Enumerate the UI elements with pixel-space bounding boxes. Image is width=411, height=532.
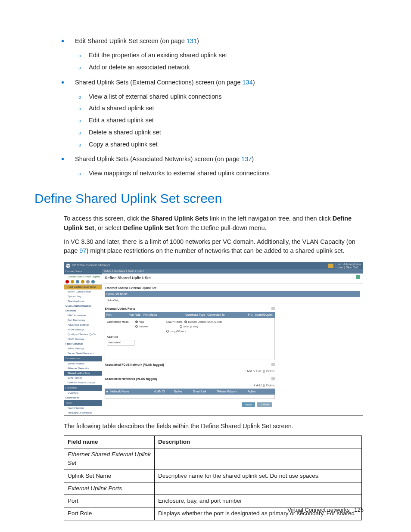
yellow-icon: [71, 280, 74, 283]
delete-link: 🗑 Delete: [262, 370, 275, 373]
row-desc: Descriptive name for the shared uplink s…: [155, 470, 362, 482]
sb-nav-item-selected: Shared Uplink Sets: [64, 371, 102, 376]
bullet-text: Shared Uplink Sets (External Connections…: [75, 79, 242, 86]
sb-status-icons: [64, 279, 102, 285]
sub-item: Edit the properties of an existing share…: [89, 51, 364, 60]
sb-nav-item: Server Profiles: [64, 361, 102, 366]
sub-list: View mappings of networks to external sh…: [73, 169, 364, 178]
sub-item: Add a shared uplink set: [89, 104, 364, 113]
page-link-134[interactable]: 134: [243, 79, 253, 86]
sb-nav-item: Overview: [64, 391, 102, 395]
page-footer: Virtual Connect networks 125: [287, 506, 364, 514]
red-icon: [65, 280, 69, 283]
ss-sidebar: Domain Status Domain Status View Legend …: [64, 269, 102, 415]
page-link-131[interactable]: 131: [187, 37, 197, 44]
bullet-item: Shared Uplink Sets (External Connections…: [73, 76, 364, 149]
row-field: Uplink Set Name: [64, 470, 155, 482]
row-section: External Uplink Ports: [64, 482, 155, 495]
sb-nav-item: Server Serial Numbers: [64, 351, 102, 356]
sb-nav-item: Ethernet: [64, 308, 102, 313]
cancel-button: Cancel: [257, 402, 272, 407]
panel-external-ports: External Uplink Ports Port Port Role Por…: [105, 306, 275, 360]
delete-link: 🗑 Delete: [262, 384, 275, 387]
footer-section: Virtual Connect networks: [287, 507, 349, 513]
sb-nav-item: SAN Fabrics: [64, 376, 102, 380]
sb-nav-item: Port Monitoring: [64, 318, 102, 323]
bullet-text: Edit Shared Uplink Set screen (on page: [75, 37, 187, 44]
sb-nav-item: SNMP Configuration: [64, 289, 102, 294]
bullet-text: Shared Uplink Sets (Associated Networks)…: [75, 156, 241, 162]
sb-nav-item: IGMP Settings: [64, 337, 102, 342]
edit-link: ✎ Edit: [253, 370, 262, 373]
ss-title: HP Virtual Connect Manager: [72, 263, 110, 268]
embedded-vc-manager-screenshot: hp HP Virtual Connect Manager User: Admi…: [64, 262, 363, 416]
sb-nav-item: System Log: [64, 294, 102, 299]
uplink-name-value: UplinkSet_: [107, 299, 119, 302]
apply-button: Apply: [242, 402, 255, 407]
warn-icon: [81, 280, 84, 283]
sub-item: View a list of external shared uplink co…: [89, 92, 364, 102]
sub-item: Edit a shared uplink set: [89, 116, 364, 125]
footer-page: 125: [354, 507, 364, 513]
page-link-97[interactable]: 97: [79, 247, 86, 254]
sb-nav-item: sFlow Settings: [64, 327, 102, 332]
sb-tools: Tools: [64, 400, 102, 406]
uplink-name-header: Uplink Set Name: [105, 291, 360, 297]
table-intro: The following table describes the fields…: [64, 422, 364, 431]
sb-domain-status: Domain Status: [64, 269, 102, 274]
bullet-item: Edit Shared Uplink Set screen (on page 1…: [73, 34, 364, 72]
networks-columns: ■ Network Name VLAN ID Native Smart Link…: [105, 389, 275, 395]
sub-list: View a list of external shared uplink co…: [73, 92, 364, 149]
help-icon: [271, 307, 275, 310]
th-field-name: Field name: [64, 436, 155, 448]
sb-nav-item: Quality of Service (QoS): [64, 332, 102, 337]
radio-short: [180, 325, 182, 328]
sb-nav-item: Stacking Links: [64, 299, 102, 304]
help-icon: [271, 363, 275, 366]
add-link: + Add: [254, 384, 262, 387]
th-description: Description: [155, 436, 362, 448]
sb-hardware: Hardware: [64, 385, 102, 391]
alert-icon: [328, 264, 333, 268]
hp-logo-icon: hp: [66, 264, 70, 268]
ss-user: User: Administrator: [335, 263, 361, 266]
sub-item: Add or delete an associated network: [89, 63, 364, 72]
panel-ethernet-shared: Ethernet Shared External Uplink Set Upli…: [105, 285, 360, 304]
sb-nav-item: Fault Injection: [64, 406, 102, 411]
ss-titlebar: hp HP Virtual Connect Manager User: Admi…: [64, 262, 363, 269]
sub-item: Delete a shared uplink set: [89, 128, 364, 137]
sb-connections: Connections: [64, 356, 102, 361]
sb-domain-sub: Domain Status View Legend: [64, 274, 102, 279]
radio-long: [166, 330, 169, 333]
sb-nav-item: Users/Authentication: [64, 304, 102, 308]
ss-page-title: Define Shared Uplink Set: [102, 274, 363, 283]
page-link-137[interactable]: 137: [241, 156, 252, 162]
panel-title: Ethernet Shared External Uplink Set: [105, 285, 360, 292]
panel-title: Associated FCoE Network (VLAN tagged): [105, 363, 164, 367]
sb-nav-item: Advanced Settings: [64, 323, 102, 327]
panel-title: External Uplink Ports: [105, 307, 135, 311]
gray-icon: [86, 280, 90, 283]
panel-fcoe: Associated FCoE Network (VLAN tagged) + …: [105, 362, 275, 374]
add-link: + Add: [244, 370, 252, 373]
sb-nav-item: MAC Addresses: [64, 313, 102, 318]
bullet-suffix: ): [252, 156, 254, 162]
sb-host-config: Host Configuration Items: [64, 285, 102, 289]
panel-title: Associated Networks (VLAN tagged): [105, 377, 157, 382]
add-port-label: Add Port: [107, 335, 273, 339]
row-field: Port Role: [64, 507, 155, 520]
radio-auto: [135, 320, 138, 323]
top-bullet-list: Edit Shared Uplink Set screen (on page 1…: [47, 34, 364, 178]
sb-nav-item: Ethernet Networks: [64, 366, 102, 371]
sb-nav-item: Network Access Groups: [64, 380, 102, 385]
ss-main: Define ▾ Configure ▾ Tools ▾ Help ▾ Defi…: [102, 269, 363, 415]
heading-define-shared-uplink: Define Shared Uplink Set screen: [34, 189, 364, 208]
row-field: Port: [64, 495, 155, 507]
help-icon: [356, 275, 360, 279]
bullet-item: Shared Uplink Sets (Associated Networks)…: [73, 152, 364, 178]
sb-nav-item: Fibre Channel: [64, 342, 102, 346]
help-icon: [271, 377, 275, 380]
sb-nav-item: WWN Settings: [64, 346, 102, 351]
sub-list: Edit the properties of an existing share…: [73, 51, 364, 72]
ports-columns: Port Port Role Port Status Connector Typ…: [105, 312, 275, 318]
